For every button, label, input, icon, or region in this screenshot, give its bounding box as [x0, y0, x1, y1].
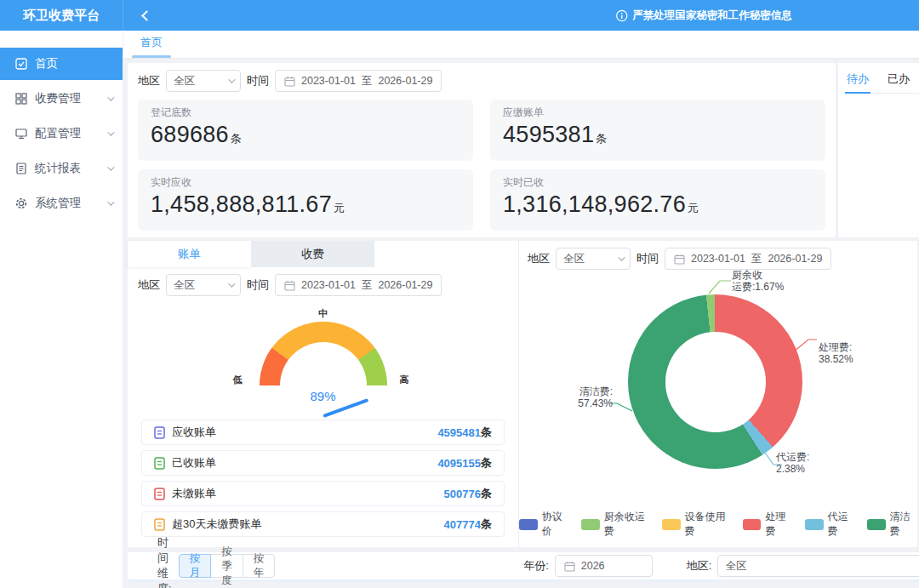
- region-filter-bottom: 地区: 全区: [687, 555, 919, 577]
- sidebar-item-label: 系统管理: [35, 196, 107, 211]
- date-end: 2026-01-29: [378, 279, 432, 291]
- list-item-unit: 条: [481, 425, 492, 440]
- sidebar-item-label: 收费管理: [35, 91, 107, 106]
- region-select[interactable]: 全区: [166, 274, 241, 296]
- stat-unit: 元: [688, 202, 699, 214]
- stats-grid: 登记底数 689686条 应缴账单 4595381条 实时应收 1,458,88…: [138, 100, 825, 231]
- calendar-icon: [674, 254, 685, 265]
- list-item-value: 407774: [444, 518, 481, 531]
- date-separator: 至: [362, 278, 373, 293]
- region-select-bottom[interactable]: 全区: [717, 555, 919, 577]
- list-item-overdue-30d-bills[interactable]: 超30天未缴费账单 407774 条: [141, 511, 505, 537]
- list-item-value: 500776: [444, 488, 481, 500]
- gauge-axis-high: 高: [400, 374, 409, 386]
- sidebar-collapse-button[interactable]: [135, 4, 157, 26]
- sidebar-item-charge-mgmt[interactable]: 收费管理: [0, 83, 123, 115]
- stat-card-registered: 登记底数 689686条: [138, 100, 473, 161]
- list-item-receivable-bills[interactable]: 应收账单 4595481 条: [141, 420, 505, 445]
- date-range-input[interactable]: 2023-01-01 至 2026-01-29: [275, 70, 442, 92]
- radio-by-quarter[interactable]: 按季度: [210, 554, 243, 578]
- list-item-value: 4595481: [437, 426, 481, 439]
- list-item-label: 超30天未缴费账单: [172, 517, 444, 532]
- date-end: 2026-01-29: [378, 75, 432, 87]
- date-start: 2023-01-01: [691, 253, 745, 265]
- tab-home-label: 首页: [140, 36, 163, 49]
- list-item-unit: 条: [481, 517, 492, 532]
- stat-card-realtime-receivable: 实时应收 1,458,888,811.67元: [138, 169, 473, 231]
- sidebar-item-label: 配置管理: [35, 126, 107, 141]
- region-select[interactable]: 全区: [166, 70, 241, 92]
- bill-panel: 账单 收费 地区 全区 时间: [128, 241, 519, 547]
- doc-icon: [154, 426, 165, 439]
- tab-done[interactable]: 已办: [888, 71, 910, 87]
- stat-label: 实时应收: [151, 175, 460, 190]
- donut-label-transport: 代运费: 2.38%: [776, 451, 809, 475]
- donut-label-kitchen: 厨余收 运费:1.67%: [732, 269, 784, 293]
- gear-icon: [15, 197, 27, 209]
- time-dimension-bar: 时间维度: 按月 按季度 按年 年份: 2026: [128, 552, 919, 579]
- chevron-down-icon: [107, 163, 114, 170]
- info-icon: [615, 9, 628, 22]
- tab-fee[interactable]: 收费: [251, 241, 374, 267]
- tab-todo-underline: [845, 92, 870, 94]
- date-range-input[interactable]: 2023-01-01 至 2026-01-29: [275, 274, 442, 296]
- legend-swatch: [867, 519, 886, 530]
- main-filter-row: 地区 全区 时间: [138, 69, 825, 93]
- tab-bill-label: 账单: [178, 247, 201, 262]
- sidebar: 首页 收费管理 配置管理: [0, 31, 123, 588]
- tab-active-underline: [132, 55, 171, 58]
- radio-by-month[interactable]: 按月: [179, 554, 212, 578]
- sidebar-item-system-mgmt[interactable]: 系统管理: [0, 187, 123, 220]
- app-title: 环卫收费平台: [0, 0, 123, 31]
- gauge-hole: [280, 342, 367, 385]
- stat-value: 689686条: [151, 120, 460, 150]
- sidebar-item-home[interactable]: 首页: [0, 48, 123, 80]
- region-select-value: 全区: [174, 74, 195, 88]
- region-select[interactable]: 全区: [556, 248, 631, 270]
- list-item-received-bills[interactable]: 已收账单 4095155 条: [141, 450, 505, 476]
- tab-bill[interactable]: 账单: [128, 241, 251, 267]
- monitor-icon: [15, 128, 27, 140]
- dimension-label: 时间维度:: [157, 535, 172, 588]
- sidebar-item-config-mgmt[interactable]: 配置管理: [0, 117, 123, 150]
- donut-hole: [665, 332, 766, 432]
- gauge-axis-low: 低: [233, 374, 243, 386]
- stats-card: 地区 全区 时间: [128, 63, 836, 237]
- list-item-unit: 条: [481, 455, 492, 471]
- list-item-unpaid-bills[interactable]: 未缴账单 500776 条: [141, 481, 505, 506]
- time-label: 时间: [247, 277, 269, 293]
- tab-fee-label: 收费: [301, 247, 324, 262]
- region-select-value: 全区: [725, 559, 746, 574]
- calendar-icon: [564, 561, 575, 572]
- list-item-label: 未缴账单: [172, 486, 444, 501]
- year-value: 2026: [581, 560, 605, 572]
- tab-todo[interactable]: 待办: [847, 71, 869, 87]
- gauge-value: 89%: [310, 389, 335, 403]
- radio-by-year[interactable]: 按年: [243, 554, 276, 578]
- completion-gauge-chart: 中 低 高 89%: [128, 297, 518, 416]
- chevron-down-icon: [107, 128, 114, 135]
- sidebar-item-report[interactable]: 统计报表: [0, 152, 123, 185]
- security-notice: 严禁处理国家秘密和工作秘密信息: [615, 9, 792, 23]
- legend-swatch: [519, 519, 538, 530]
- donut-label-process: 处理费: 38.52%: [819, 341, 853, 365]
- notice-text: 严禁处理国家秘密和工作秘密信息: [632, 9, 792, 23]
- year-input[interactable]: 2026: [555, 555, 653, 577]
- stat-card-payable-bills: 应缴账单 4595381条: [490, 100, 825, 161]
- chevron-down-icon: [228, 76, 235, 83]
- date-start: 2023-01-01: [301, 75, 356, 87]
- tab-home[interactable]: 首页: [135, 35, 168, 58]
- region-select-value: 全区: [563, 252, 585, 266]
- report-icon: [15, 163, 27, 174]
- date-range-input[interactable]: 2023-01-01 至 2026-01-29: [665, 248, 831, 270]
- gauge-arc: [260, 322, 387, 385]
- calendar-icon: [284, 76, 295, 87]
- fee-panel: 地区 全区 时间: [519, 241, 917, 547]
- region-label: 地区: [138, 277, 160, 293]
- stat-unit: 条: [231, 132, 242, 145]
- list-item-label: 已收账单: [172, 455, 437, 471]
- legend-swatch: [743, 519, 762, 530]
- bill-list: 应收账单 4595481 条 已收账单 4095155: [128, 416, 518, 537]
- dimension-radio-group: 按月 按季度 按年: [179, 554, 276, 578]
- doc-icon: [154, 518, 165, 531]
